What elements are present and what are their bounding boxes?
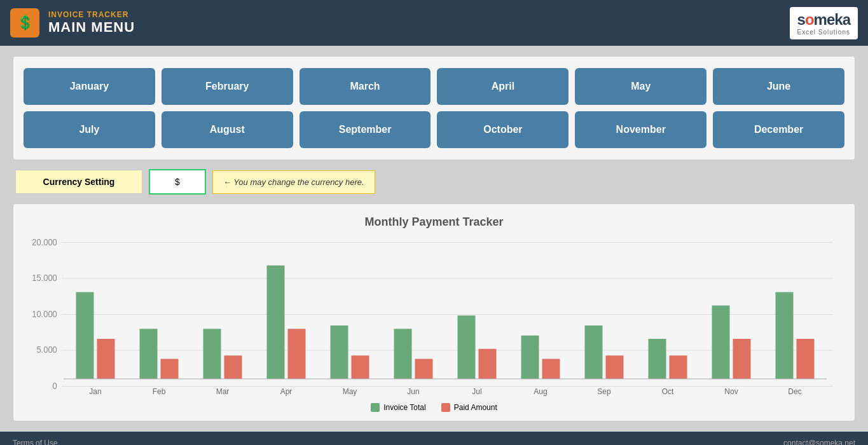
currency-row: Currency Setting ← You may change the cu… <box>13 169 855 195</box>
month-btn-january[interactable]: January <box>24 68 155 105</box>
chart-legend: Invoice Total Paid Amount <box>29 403 839 412</box>
month-btn-february[interactable]: February <box>162 68 293 105</box>
chart-card: Monthly Payment Tracker 20.000 15.000 10… <box>13 203 855 421</box>
currency-hint-text: ← You may change the currency here. <box>223 177 364 187</box>
month-btn-march[interactable]: March <box>300 68 431 105</box>
month-btn-september[interactable]: September <box>300 111 431 148</box>
month-grid: JanuaryFebruaryMarchAprilMayJuneJulyAugu… <box>24 68 844 148</box>
legend-paid: Paid Amount <box>441 403 497 412</box>
paid-label: Paid Amount <box>454 403 497 412</box>
month-btn-may[interactable]: May <box>575 68 706 105</box>
month-grid-card: JanuaryFebruaryMarchAprilMayJuneJulyAugu… <box>13 56 855 160</box>
app-title: MAIN MENU <box>48 19 135 36</box>
logo-box: someka Excel Solutions <box>790 7 858 39</box>
currency-label: Currency Setting <box>15 170 142 194</box>
invoice-label: Invoice Total <box>383 403 426 412</box>
month-btn-december[interactable]: December <box>713 111 844 148</box>
month-btn-november[interactable]: November <box>575 111 706 148</box>
month-btn-august[interactable]: August <box>162 111 293 148</box>
chart-area: 20.000 15.000 10.000 5.000 0 <box>29 239 839 398</box>
footer-email: contact@someka.net <box>783 439 855 445</box>
header-left: 💲 INVOICE TRACKER MAIN MENU <box>10 8 135 38</box>
month-btn-june[interactable]: June <box>713 68 844 105</box>
currency-hint: ← You may change the currency here. <box>212 170 375 194</box>
main-content: JanuaryFebruaryMarchAprilMayJuneJulyAugu… <box>0 46 868 432</box>
month-btn-april[interactable]: April <box>437 68 568 105</box>
footer: Terms of Use contact@someka.net <box>0 432 868 445</box>
month-btn-october[interactable]: October <box>437 111 568 148</box>
legend-invoice: Invoice Total <box>371 403 426 412</box>
app-subtitle: INVOICE TRACKER <box>48 10 135 19</box>
header-titles: INVOICE TRACKER MAIN MENU <box>48 10 135 36</box>
app-header: 💲 INVOICE TRACKER MAIN MENU someka Excel… <box>0 0 868 46</box>
logo-text: someka <box>797 11 850 29</box>
app-icon: 💲 <box>10 8 39 38</box>
currency-input[interactable] <box>149 169 206 195</box>
month-btn-july[interactable]: July <box>24 111 155 148</box>
terms-link[interactable]: Terms of Use <box>13 439 58 445</box>
logo-tagline: Excel Solutions <box>797 29 850 36</box>
paid-swatch <box>441 403 450 412</box>
invoice-swatch <box>371 403 380 412</box>
chart-title: Monthly Payment Tracker <box>29 216 839 229</box>
